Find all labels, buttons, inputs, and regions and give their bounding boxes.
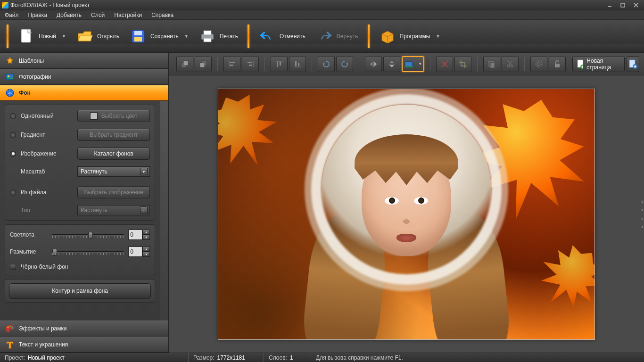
new-page-button[interactable]: Новая страница xyxy=(572,56,624,72)
chevron-down-icon: ▾ xyxy=(140,206,148,214)
send-back-button[interactable] xyxy=(195,56,212,72)
flip-v-button[interactable] xyxy=(383,56,400,72)
rotate-left-button[interactable] xyxy=(318,56,335,72)
spin-down-icon[interactable]: ▼ xyxy=(142,252,150,257)
toolbar-divider-icon xyxy=(430,57,430,71)
canvas[interactable] xyxy=(218,89,595,340)
work-area: ▼ Новая страница xyxy=(169,53,644,353)
pick-image-button[interactable]: Выбрать изображение xyxy=(77,186,150,198)
new-button[interactable]: Новый ▼ xyxy=(14,26,70,47)
menu-settings[interactable]: Настройки xyxy=(109,11,147,19)
align-bottom-button[interactable] xyxy=(289,56,306,72)
settings-button[interactable] xyxy=(530,56,547,72)
align-right-button[interactable] xyxy=(242,56,259,72)
align-top-button[interactable] xyxy=(271,56,288,72)
blur-input[interactable] xyxy=(128,247,142,257)
accordion-background[interactable]: Фон xyxy=(0,85,168,101)
status-help: Для вызова справки нажмите F1. xyxy=(316,354,403,361)
undo-icon xyxy=(259,28,276,45)
bg-type-block: Однотонный Выбрать цвет Градиент Выбрать… xyxy=(5,105,155,221)
accordion-effects[interactable]: Эффекты и рамки xyxy=(0,321,168,337)
spin-down-icon[interactable]: ▼ xyxy=(142,235,150,240)
light-slider[interactable] xyxy=(52,230,124,240)
statusbar: Проект: Новый проект Размер: 1772x1181 С… xyxy=(0,353,644,362)
bw-checkbox[interactable] xyxy=(10,264,16,270)
chevron-left-icon: ‹ xyxy=(641,224,643,230)
bring-front-button[interactable] xyxy=(176,56,193,72)
spin-up-icon[interactable]: ▲ xyxy=(142,247,150,252)
type-combo[interactable]: Растянуть ▾ xyxy=(77,205,150,215)
svg-rect-6 xyxy=(204,31,211,35)
pick-image-label: Выбрать изображение xyxy=(84,189,143,196)
align-left-button[interactable] xyxy=(223,56,240,72)
copy-button[interactable] xyxy=(483,56,500,72)
outline-frame-button[interactable]: Контур и рамка фона xyxy=(9,283,151,298)
window-buttons xyxy=(603,1,642,9)
minimize-button[interactable] xyxy=(603,1,616,9)
menu-file[interactable]: Файл xyxy=(0,11,24,19)
star-icon xyxy=(5,56,15,66)
svg-rect-27 xyxy=(405,66,413,67)
undo-label: Отменить xyxy=(280,33,305,40)
cut-button[interactable] xyxy=(502,56,519,72)
scale-value: Растянуть xyxy=(81,168,107,175)
svg-point-13 xyxy=(12,327,13,329)
toolbar-sep-icon xyxy=(7,25,8,48)
blur-slider[interactable] xyxy=(52,247,124,257)
fit-canvas-button[interactable]: ▼ xyxy=(402,56,424,72)
text-icon xyxy=(5,339,15,350)
accordion-templates[interactable]: Шаблоны xyxy=(0,53,168,69)
image-label: Изображение xyxy=(21,150,73,157)
radio-solid[interactable] xyxy=(10,113,16,119)
menu-help[interactable]: Справка xyxy=(147,11,178,19)
svg-rect-24 xyxy=(295,61,297,66)
scale-combo[interactable]: Растянуть ▾ xyxy=(77,166,150,177)
svg-rect-4 xyxy=(134,37,142,41)
print-button[interactable]: Печать xyxy=(195,26,242,47)
scrollbar[interactable] xyxy=(160,101,168,321)
crop-button[interactable] xyxy=(454,56,471,72)
svg-point-31 xyxy=(511,65,513,67)
new-page-icon xyxy=(577,59,583,69)
chevron-down-icon: ▼ xyxy=(418,62,422,66)
status-size-label: Размер: xyxy=(193,354,215,361)
undo-button[interactable]: Отменить xyxy=(255,26,309,47)
lock-button[interactable] xyxy=(549,56,566,72)
page-settings-button[interactable] xyxy=(627,56,639,72)
catalog-button[interactable]: Каталог фонов xyxy=(77,148,150,160)
save-button[interactable]: Сохранить ▼ xyxy=(126,26,192,47)
pick-gradient-button[interactable]: Выбрать градиент xyxy=(77,129,150,141)
photo-icon xyxy=(5,72,15,82)
radio-fromfile[interactable] xyxy=(10,189,16,196)
redo-icon xyxy=(316,28,333,45)
programs-button[interactable]: Программы ▼ xyxy=(375,26,444,47)
accordion-photos-label: Фотографии xyxy=(19,74,51,80)
menu-edit[interactable]: Правка xyxy=(24,11,52,19)
light-spin[interactable]: ▲▼ xyxy=(128,230,150,240)
menu-layer[interactable]: Слой xyxy=(86,11,109,19)
close-button[interactable] xyxy=(630,1,642,9)
redo-button[interactable]: Вернуть xyxy=(312,26,362,47)
svg-rect-0 xyxy=(621,3,625,7)
accordion-photos[interactable]: Фотографии xyxy=(0,69,168,85)
menu-add[interactable]: Добавить xyxy=(52,11,86,19)
flip-h-button[interactable] xyxy=(365,56,382,72)
right-edge-handles[interactable]: ‹ ‹ ‹ ‹ xyxy=(641,198,643,230)
radio-gradient[interactable] xyxy=(10,132,16,138)
maximize-button[interactable] xyxy=(617,1,629,9)
outline-frame-label: Контур и рамка фона xyxy=(52,288,108,294)
blur-spin[interactable]: ▲▼ xyxy=(128,247,150,257)
svg-rect-29 xyxy=(490,63,495,68)
delete-button[interactable] xyxy=(436,56,453,72)
programs-label: Программы xyxy=(400,33,430,40)
canvas-area[interactable]: ‹ ‹ ‹ ‹ xyxy=(169,75,644,353)
pick-color-button[interactable]: Выбрать цвет xyxy=(77,110,150,122)
light-input[interactable] xyxy=(128,230,142,240)
spin-up-icon[interactable]: ▲ xyxy=(142,230,150,235)
radio-image[interactable] xyxy=(10,151,16,157)
bg-outline-block: Контур и рамка фона xyxy=(5,279,155,303)
toolbar-divider-icon xyxy=(264,57,265,71)
rotate-right-button[interactable] xyxy=(336,56,353,72)
open-button[interactable]: Открыть xyxy=(73,26,123,47)
accordion-text[interactable]: Текст и украшения xyxy=(0,337,168,353)
